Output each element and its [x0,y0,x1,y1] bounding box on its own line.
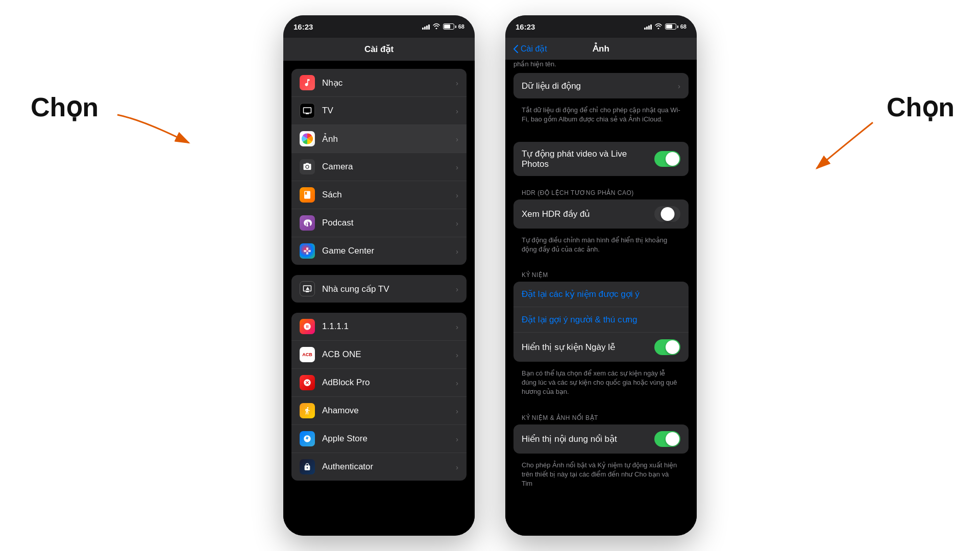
reset-memories-label: Đặt lại các kỷ niệm được gợi ý [522,289,680,299]
applestore-chevron: › [456,435,458,443]
featured-section-header: KỶ NIỆM & ẢNH NỔI BẬT [513,408,689,424]
books-chevron: › [456,191,458,199]
show-holiday-label: Hiển thị sự kiện Ngày lễ [522,342,654,353]
wifi-icon [432,22,440,31]
show-featured-knob [666,432,679,446]
autoplay-toggle[interactable] [654,151,680,167]
memories-group: Đặt lại các kỷ niệm được gợi ý Đặt lại g… [513,282,689,362]
mobile-data-group: Dữ liệu di động › [513,73,689,98]
tvprovider-item[interactable]: Nhà cung cấp TV › [291,275,467,303]
photos-settings-scroll[interactable]: phần hiện tên. Dữ liệu di động › Tắt dữ … [505,60,697,536]
photos-item[interactable]: Ảnh › [291,125,467,153]
nav-title-right: Ảnh [593,43,609,54]
signal-bar-r2 [646,27,648,30]
memories-section: KỶ NIỆM Đặt lại các kỷ niệm được gợi ý Đ… [505,265,697,408]
app1111-item[interactable]: 1.1.1.1 › [291,313,467,341]
camera-icon [300,159,315,174]
reset-memories-item[interactable]: Đặt lại các kỷ niệm được gợi ý [513,282,689,307]
tvprovider-list: Nhà cung cấp TV › [291,275,467,303]
back-label: Cài đặt [521,44,547,54]
applestore-icon [300,431,315,446]
adblock-item[interactable]: AdBlock Pro › [291,369,467,397]
back-button[interactable]: Cài đặt [513,44,547,54]
mobile-data-label: Dữ liệu di động [522,81,678,91]
hdr-group: Xem HDR đầy đủ [513,199,689,229]
status-icons-left: 68 [422,22,464,31]
acbone-chevron: › [456,350,458,359]
podcast-icon [300,215,315,231]
partial-text-top: phần hiện tên. [505,60,697,73]
ahamove-item[interactable]: Ahamove › [291,397,467,425]
tvprovider-chevron: › [456,285,458,293]
podcast-chevron: › [456,219,458,228]
books-item[interactable]: Sách › [291,181,467,209]
nav-bar-right: Cài đặt Ảnh [505,38,697,60]
apps-list: Nhạc › TV › [291,69,467,265]
memories-section-header: KỶ NIỆM [513,265,689,282]
acbone-label: ACB ONE [322,349,456,360]
hdr-toggle[interactable] [654,206,680,222]
show-featured-item[interactable]: Hiển thị nội dung nổi bật [513,424,689,454]
gamecenter-label: Game Center [322,246,456,256]
show-holiday-toggle[interactable] [654,339,680,355]
nav-bar-left: Cài đặt [283,38,475,61]
signal-bar-3 [426,26,428,30]
music-chevron: › [456,79,458,87]
authenticator-chevron: › [456,463,458,471]
autoplay-item[interactable]: Tự động phát video và Live Photos [513,142,689,176]
acbone-icon: ACB [300,347,315,362]
autoplay-toggle-knob [666,152,679,166]
acbone-text: ACB [302,353,312,357]
authenticator-label: Authenticator [322,462,456,472]
reset-people-item[interactable]: Đặt lại gợi ý người & thú cưng [513,307,689,333]
app1111-chevron: › [456,322,458,331]
gamecenter-item[interactable]: Game Center › [291,237,467,265]
mobile-data-section: Dữ liệu di động › Tắt dữ liệu di động để… [505,73,697,141]
settings-scroll-left[interactable]: Nhạc › TV › [283,61,475,536]
photos-chevron: › [456,135,458,143]
hdr-label: Xem HDR đầy đủ [522,209,654,219]
signal-bar-r4 [650,24,652,30]
adblock-label: AdBlock Pro [322,378,456,388]
signal-bar-4 [428,24,430,30]
mobile-data-chevron: › [678,82,680,90]
hdr-item[interactable]: Xem HDR đầy đủ [513,199,689,229]
hdr-desc: Tự động điều chỉnh màn hình để hiển thị … [513,232,689,261]
nav-title-left: Cài đặt [364,44,394,54]
featured-desc: Cho phép Ảnh nổi bật và Kỷ niệm tự động … [513,457,689,496]
section-tvprovider: Nhà cung cấp TV › [283,275,475,303]
tv-item[interactable]: TV › [291,97,467,125]
photos-icon [300,131,315,146]
mobile-data-item[interactable]: Dữ liệu di động › [513,73,689,98]
authenticator-icon [300,459,315,474]
podcast-item[interactable]: Podcast › [291,209,467,237]
gamecenter-icon [300,243,315,259]
right-phone: 16:23 [505,15,697,536]
show-featured-toggle[interactable] [654,431,680,447]
autoplay-label: Tự động phát video và Live Photos [522,148,654,169]
acbone-item[interactable]: ACB ACB ONE › [291,341,467,369]
tv-label: TV [322,106,456,116]
section-apps: Nhạc › TV › [283,69,475,265]
ahamove-icon [300,403,315,418]
show-holiday-item[interactable]: Hiển thị sự kiện Ngày lễ [513,333,689,362]
music-item[interactable]: Nhạc › [291,69,467,97]
time-left: 16:23 [293,22,313,31]
camera-item[interactable]: Camera › [291,153,467,181]
featured-group: Hiển thị nội dung nổi bật [513,424,689,454]
memories-desc: Bạn có thể lựa chọn để xem các sự kiện n… [513,365,689,404]
third-party-list: 1.1.1.1 › ACB ACB ONE › A [291,313,467,481]
hdr-section: HDR (ĐỘ LỆCH TƯƠNG PHẢN CAO) Xem HDR đầy… [505,183,697,265]
applestore-item[interactable]: Apple Store › [291,425,467,453]
signal-bar-1 [422,28,424,30]
authenticator-item[interactable]: Authenticator › [291,453,467,481]
app1111-label: 1.1.1.1 [322,321,456,332]
gamecenter-chevron: › [456,247,458,256]
music-icon [300,75,315,90]
tvprovider-icon [300,281,315,296]
autoplay-section: Tự động phát video và Live Photos [505,142,697,183]
signal-icon-right [644,23,652,30]
tv-icon [300,103,315,118]
books-icon [300,187,315,203]
wifi-icon-right [654,22,663,31]
